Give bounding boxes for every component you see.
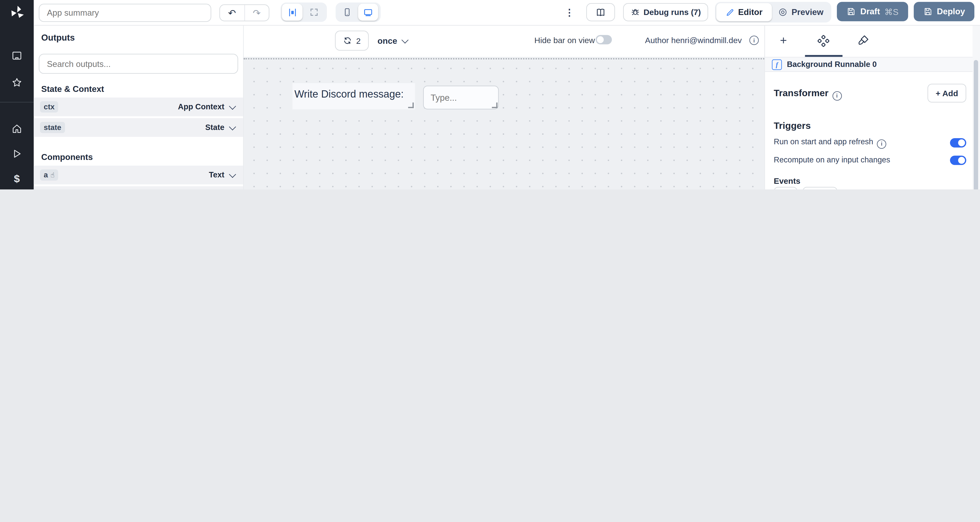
pencil-icon xyxy=(726,8,735,17)
debug-runs-button[interactable]: Debug runs (7) xyxy=(623,3,708,21)
state-context-title: State & Context xyxy=(41,84,104,94)
ctx-label: App Context xyxy=(178,103,224,111)
draft-label: Draft xyxy=(860,7,880,16)
selected-runnable-title: Background Runnable 0 xyxy=(787,60,877,69)
function-icon: f xyxy=(772,59,782,70)
mobile-view-button[interactable] xyxy=(337,4,357,21)
transformer-title: Transformeri xyxy=(774,88,842,100)
resize-handle[interactable] xyxy=(492,103,498,108)
scrollbar-track[interactable] xyxy=(972,25,980,189)
apps-icon[interactable] xyxy=(0,50,34,61)
deploy-label: Deploy xyxy=(937,7,965,16)
tab-editor[interactable]: Editor xyxy=(716,3,772,21)
hide-bar-label: Hide bar on view xyxy=(535,36,595,45)
tab-preview-label: Preview xyxy=(791,8,824,17)
hcenter-align-button[interactable] xyxy=(282,4,302,21)
event-refresh-chip[interactable]: refresh xyxy=(803,187,838,189)
add-transformer-button[interactable]: + Add xyxy=(928,84,966,103)
canvas-toolbar: 2 once Hide bar on view Author henri@win… xyxy=(243,25,764,57)
output-row-state[interactable]: state State xyxy=(34,118,243,137)
frequency-value: once xyxy=(377,36,397,45)
chevron-down-icon[interactable] xyxy=(229,171,236,178)
tab-style-brush-icon[interactable] xyxy=(858,35,869,46)
rail-divider xyxy=(0,102,34,103)
state-label: State xyxy=(205,123,224,132)
a-label: Text xyxy=(209,170,224,180)
tab-editor-label: Editor xyxy=(738,8,762,17)
home-icon[interactable] xyxy=(0,123,34,135)
runs-play-icon[interactable] xyxy=(0,148,34,159)
tab-preview[interactable]: Preview xyxy=(773,3,829,21)
text-component[interactable]: Write Discord message: xyxy=(293,83,415,109)
info-icon[interactable]: i xyxy=(877,139,886,148)
preview-icon xyxy=(778,8,788,17)
outputs-panel: Outputs State & Context ctx App Context … xyxy=(34,25,244,189)
docs-button[interactable] xyxy=(586,3,615,21)
redo-icon[interactable]: ↷ xyxy=(245,5,269,21)
save-icon xyxy=(923,7,932,16)
selected-runnable-header: f Background Runnable 0 xyxy=(765,57,973,72)
search-outputs-input[interactable] xyxy=(39,54,238,74)
app-summary-input[interactable] xyxy=(39,4,211,22)
expand-layout-button[interactable] xyxy=(304,4,325,21)
canvas-area: 2 once Hide bar on view Author henri@win… xyxy=(243,25,764,189)
scrollbar-thumb[interactable] xyxy=(974,60,978,189)
favorites-star-icon[interactable] xyxy=(0,77,34,88)
chevron-down-icon[interactable] xyxy=(229,103,236,110)
tab-add-plus-icon[interactable]: + xyxy=(780,34,787,48)
undo-icon[interactable]: ↶ xyxy=(220,5,245,21)
outputs-title: Outputs xyxy=(41,32,75,43)
run-on-start-label: Run on start and app refreshi xyxy=(774,137,886,148)
chevron-down-icon xyxy=(401,36,408,43)
hide-bar-toggle[interactable] xyxy=(596,35,612,44)
state-badge: state xyxy=(40,122,65,133)
info-icon[interactable]: i xyxy=(832,91,842,100)
mobile-icon xyxy=(342,8,352,17)
desktop-icon xyxy=(363,7,373,17)
event-start-chip[interactable]: start xyxy=(774,187,798,189)
refresh-icon xyxy=(343,36,352,45)
draft-shortcut: ⌘S xyxy=(884,6,898,17)
topbar: ↶ ↷ ⋮ Debug runs (7) xyxy=(34,0,980,25)
draft-button[interactable]: Draft ⌘S xyxy=(837,2,908,21)
textinput-component[interactable] xyxy=(423,86,499,109)
windmill-logo[interactable] xyxy=(0,4,34,21)
bug-icon xyxy=(630,8,640,17)
expand-arrows-icon xyxy=(309,8,319,17)
refresh-count: 2 xyxy=(356,36,361,45)
deploy-button[interactable]: Deploy xyxy=(914,2,974,21)
events-title: Events xyxy=(774,176,800,186)
recompute-toggle[interactable] xyxy=(950,156,966,165)
desktop-view-button[interactable] xyxy=(358,4,378,21)
app-top-boundary xyxy=(243,58,764,59)
type-input[interactable] xyxy=(423,86,499,109)
a-badge: a☝ xyxy=(40,169,58,181)
output-row-b[interactable]: b☝ Text Input xyxy=(34,186,243,189)
hcenter-align-icon xyxy=(287,7,297,17)
nav-rail: $ xyxy=(0,0,34,189)
components-title: Components xyxy=(41,153,93,162)
ctx-badge: ctx xyxy=(40,101,58,113)
resize-handle[interactable] xyxy=(408,103,414,108)
active-tab-underline xyxy=(805,55,843,57)
debug-runs-label: Debug runs (7) xyxy=(644,8,701,17)
author-label: Author henri@windmill.dev xyxy=(645,36,742,45)
variables-dollar-icon[interactable]: $ xyxy=(0,173,34,186)
recompute-label: Recompute on any input changes xyxy=(774,156,890,164)
book-icon xyxy=(596,7,606,17)
save-icon xyxy=(846,7,856,16)
output-row-ctx[interactable]: ctx App Context xyxy=(34,97,243,116)
more-menu-kebab-icon[interactable]: ⋮ xyxy=(565,4,574,21)
text-component-value: Write Discord message: xyxy=(293,83,415,100)
info-icon[interactable]: i xyxy=(749,36,759,45)
chevron-down-icon[interactable] xyxy=(229,123,236,130)
windmill-app-editor: $ ↶ ↷ xyxy=(0,0,980,189)
hand-pointer-icon: ☝ xyxy=(50,171,54,179)
canvas-grid[interactable] xyxy=(243,57,764,189)
refresh-count-button[interactable]: 2 xyxy=(335,30,369,51)
output-row-a[interactable]: a☝ Text xyxy=(34,166,243,185)
runnable-settings-panel: + f Background Runnable 0 Transformeri +… xyxy=(764,25,973,189)
tab-settings-diamonds-icon[interactable] xyxy=(817,35,830,48)
run-on-start-toggle[interactable] xyxy=(950,138,966,148)
frequency-dropdown[interactable]: once xyxy=(377,30,407,51)
